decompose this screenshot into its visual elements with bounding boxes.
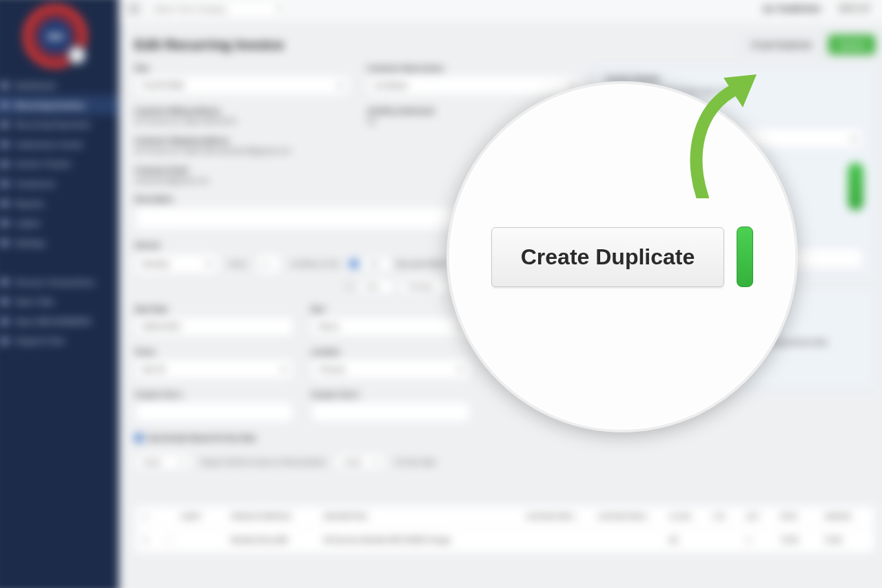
nav-dashboard[interactable]: Dashboard — [0, 76, 119, 96]
page-header: Edit Recurring Invoice Create Duplicate … — [119, 23, 882, 64]
th-product: PRODUCT/SERVICE — [231, 513, 315, 520]
create-duplicate-button[interactable]: Create Duplicate — [740, 35, 822, 55]
nav-label: Collections Center — [15, 140, 83, 149]
nav-label: Dashboard — [15, 81, 56, 90]
radio-unselected-icon[interactable] — [345, 282, 353, 291]
terms-label: Terms — [134, 348, 294, 356]
nav-label: Recurring Invoices — [15, 101, 85, 109]
green-toggle-icon[interactable] — [848, 162, 863, 210]
hamburger-icon[interactable] — [127, 3, 140, 13]
nav-reports[interactable]: Reports — [0, 193, 119, 213]
plan-label: Plan — [134, 64, 350, 72]
th-amount: AMOUNT — [824, 513, 866, 520]
sign-out-button[interactable]: SIGN OUT — [828, 2, 882, 15]
square-icon — [1, 180, 8, 187]
square-icon — [1, 141, 8, 148]
td-qty: 1 — [747, 536, 772, 544]
start-label: Start Date — [134, 305, 294, 313]
customer-select[interactable]: Ed Martin▾ — [367, 75, 583, 96]
td-asset — [181, 536, 223, 544]
submit-zoomed-edge[interactable] — [737, 227, 753, 287]
plan-select[interactable]: PLATFORM▾ — [134, 75, 350, 96]
line-items-header: # ASSET PRODUCT/SERVICE DESCRIPTION CUST… — [134, 505, 875, 528]
line-item-row[interactable]: 1 ⋮⋮ Monthly Recur360 All Services Month… — [134, 528, 875, 554]
every-label: Every — [229, 260, 247, 268]
custom2-label: Custom Text 2 — [311, 391, 470, 399]
nav-open-tabs[interactable]: Open Tabs — [0, 292, 119, 312]
zoom-callout: Create Duplicate — [447, 81, 798, 432]
td-class: All — [670, 536, 705, 544]
nav-recurring-invoices[interactable]: Recurring Invoices — [0, 95, 119, 115]
days-dd-value: Day(s) — [143, 459, 161, 465]
nav-label: Open RECUR360PAY — [15, 317, 92, 326]
terms-select[interactable]: Net 30▾ — [134, 359, 294, 380]
company-name: Admin Test Company — [154, 4, 227, 12]
day-input[interactable]: 1st — [362, 256, 391, 271]
th-desc: DESCRIPTION — [324, 513, 518, 520]
nav-process-transactions[interactable]: Process Transactions — [0, 272, 119, 292]
location-value: Choose — [318, 365, 345, 373]
logo-badge-icon — [66, 45, 88, 66]
nav-logins[interactable]: Logins — [0, 213, 119, 233]
interval-select[interactable]: Monthly▾ — [134, 253, 218, 275]
terms-value: Net 30 — [143, 365, 165, 373]
td-tax — [713, 536, 739, 544]
end-value: Never — [318, 322, 339, 330]
square-icon — [1, 239, 8, 246]
first-select[interactable]: First — [358, 279, 395, 294]
chevron-down-icon: ▾ — [338, 81, 342, 90]
company-select[interactable]: Admin Test Company ▾ — [147, 0, 288, 18]
create-duplicate-zoomed-button[interactable]: Create Duplicate — [491, 227, 725, 287]
th-tax: TAX — [713, 513, 739, 520]
nav-invoice-tracker[interactable]: Invoice Tracker — [0, 154, 119, 174]
th-num: # — [144, 513, 154, 520]
square-icon — [1, 337, 8, 344]
drag-icon[interactable]: ⋮⋮ — [162, 536, 172, 544]
start-date-input[interactable]: 06/01/2022 — [134, 316, 294, 337]
weekday-select[interactable]: Thursday — [399, 279, 449, 294]
nav-recurring-payments[interactable]: Recurring Payments — [0, 115, 119, 135]
nav-settings[interactable]: Settings — [0, 233, 119, 253]
topbar: Admin Test Company ▾ AE THOMPSON SIGN OU… — [119, 0, 882, 23]
custom1-label: Custom Text 1 — [134, 391, 294, 399]
location-label: Location — [311, 348, 470, 356]
end-select[interactable]: Never▾ — [311, 316, 470, 337]
nav-label: Open Tabs — [15, 297, 54, 306]
chevron-down-icon: ▾ — [207, 260, 211, 269]
every-n-input[interactable]: 1 — [256, 253, 280, 275]
th-class: CLASS — [670, 513, 705, 520]
nav-label: Logins — [15, 219, 41, 227]
radio-selected-icon[interactable] — [349, 260, 358, 268]
billing-value: 40 Tremont St, Salem MA 01970 — [134, 118, 350, 125]
square-icon — [1, 200, 8, 207]
submit-button[interactable]: Submit — [828, 35, 876, 55]
nav-collections[interactable]: Collections Center — [0, 134, 119, 154]
checkbox-checked-icon[interactable] — [134, 434, 143, 442]
square-icon — [1, 318, 8, 325]
on-due-date-label: On Due Date — [395, 458, 436, 465]
square-icon — [1, 102, 8, 109]
days-dd[interactable]: Day(s)▾ — [134, 454, 191, 470]
th-rate: RATE — [781, 513, 816, 520]
location-select[interactable]: Choose▾ — [311, 359, 470, 380]
td-amount: 75.00 — [824, 536, 866, 544]
months-on-label: month(s) on the — [290, 260, 339, 268]
user-name: AE THOMPSON — [763, 4, 821, 12]
nav-open-recur360pay[interactable]: Open RECUR360PAY — [0, 312, 119, 332]
td-ci1 — [526, 536, 589, 544]
chevron-down-icon: ▾ — [282, 365, 286, 374]
custom2-input[interactable] — [311, 401, 470, 423]
customer-name-value: Ed Martin — [375, 81, 408, 90]
nav-label: Support Chat — [15, 337, 64, 345]
logo: 360 — [23, 4, 88, 69]
square-icon — [1, 279, 8, 286]
nav-customers[interactable]: Customers — [0, 174, 119, 194]
plan-value: PLATFORM — [143, 81, 184, 90]
nav-support-chat[interactable]: Support Chat — [0, 331, 119, 351]
custom1-input[interactable] — [134, 401, 294, 423]
square-icon — [1, 121, 8, 128]
days-dd-value-2: Day(s) — [344, 459, 362, 465]
th-qty: QTY — [747, 513, 772, 520]
td-desc: All Services Monthly RECUR360 Charge — [324, 536, 518, 544]
days-dd-2[interactable]: Day(s)▾ — [336, 454, 384, 470]
